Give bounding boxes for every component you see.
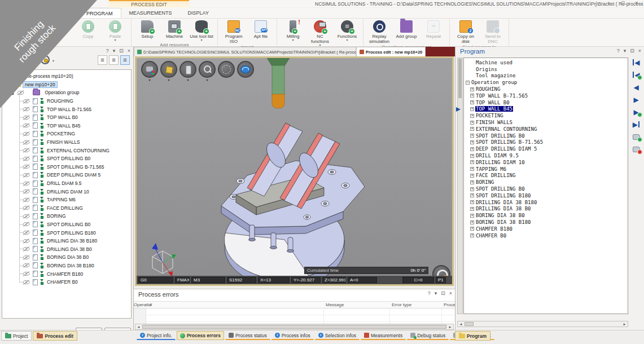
maximize-button[interactable]: □ [619, 0, 627, 7]
machine-view-button[interactable]: ▾ [141, 61, 158, 82]
scrollbar-thumb[interactable] [458, 59, 462, 98]
column-header[interactable]: Error type [392, 302, 411, 307]
expander-icon[interactable]: + [470, 100, 474, 104]
tree-operation-row[interactable]: BORING DIA 38 B180 [2, 262, 131, 270]
program-item[interactable]: Machine used [464, 59, 628, 66]
info-tab[interactable]: Debug status [407, 331, 449, 340]
tree-operation-row[interactable]: EXTERNAL CONTOURNING [2, 146, 131, 155]
remove-marker-button[interactable] [630, 145, 642, 153]
tree-operation-row[interactable]: BORING DIA 38 B0 [2, 253, 131, 262]
context-tab-process-edit[interactable]: PROCESS EDIT [109, 0, 189, 8]
expander-icon[interactable]: + [470, 200, 474, 204]
ribbon-button[interactable]: Repeat [421, 20, 446, 44]
ribbon-button[interactable]: NC functions ▾ [308, 20, 332, 47]
ribbon-button[interactable]: Replay simulation [367, 20, 392, 44]
expander-icon[interactable]: + [470, 127, 474, 131]
program-item[interactable]: + CHAMFER B0 [464, 232, 628, 239]
tree-operation-row[interactable]: TAPPING M6 [2, 196, 131, 204]
go-first-marker-button[interactable]: ◀ [630, 70, 642, 79]
ribbon-button[interactable]: Machine [162, 20, 187, 42]
program-item[interactable]: + TOP WALL B0 [464, 99, 628, 106]
eye-off-icon[interactable] [23, 107, 30, 112]
panel-control-button[interactable]: × [638, 48, 641, 54]
workspace-tab[interactable]: Process edit [33, 331, 77, 341]
tree-operation-row[interactable]: TOP WALL B-71.565 [2, 105, 131, 113]
ribbon-button[interactable]: Milling ▾ [281, 20, 305, 47]
ribbon-button[interactable]: Apt file [248, 20, 273, 44]
tree-operation-row[interactable]: SPOT DRILLING B0 [2, 155, 131, 163]
eye-off-icon[interactable] [23, 280, 30, 285]
tree-selected-item[interactable]: new mp10+20 [2, 81, 131, 89]
tree-operation-row[interactable]: SPOT DRILLING B0 [2, 220, 131, 229]
horizontal-scrollbar[interactable]: ◄ ► [135, 324, 454, 330]
ribbon-tab[interactable]: MEASUREMENTS [121, 8, 180, 18]
expander-icon[interactable]: + [470, 193, 474, 197]
program-item[interactable]: Origins [464, 66, 628, 73]
ribbon-button[interactable]: Setup [135, 20, 160, 42]
panel-control-button[interactable]: × [128, 48, 130, 54]
ribbon-button[interactable]: Copy [76, 20, 100, 42]
eye-off-icon[interactable] [23, 131, 30, 136]
eye-off-icon[interactable] [23, 246, 30, 252]
ribbon-button[interactable]: Add group [394, 20, 419, 44]
tree-operation-row[interactable]: DRILLING DIA 38 B0 [2, 245, 131, 253]
list-view-toggle[interactable]: ≡ [98, 55, 107, 65]
ribbon-button[interactable]: Functions ▾ [335, 20, 360, 47]
tree-group-row[interactable]: ◢ Operation group [2, 89, 131, 97]
info-tab[interactable]: Selection infos [315, 331, 360, 340]
info-tab[interactable]: Process status [225, 331, 270, 340]
expander-icon[interactable]: + [470, 187, 474, 191]
step-forward-button[interactable]: ▶ [630, 95, 642, 104]
scroll-left-icon[interactable]: ◄ [458, 323, 464, 326]
expander-icon[interactable]: + [470, 180, 474, 184]
scrollbar-thumb[interactable] [142, 325, 446, 329]
selection-button[interactable] [218, 61, 235, 82]
step-back-button[interactable]: ◀ [630, 83, 642, 91]
eye-off-icon[interactable] [23, 181, 30, 186]
panel-control-button[interactable]: ⊡ [630, 48, 634, 54]
program-item[interactable]: + POCKETING [464, 112, 628, 119]
expander-icon[interactable]: + [470, 233, 474, 237]
eye-off-icon[interactable] [23, 214, 30, 219]
panel-control-button[interactable]: ? [428, 290, 431, 296]
tool-view-button[interactable]: ▾ [179, 61, 196, 82]
scroll-right-icon[interactable]: ► [621, 323, 628, 326]
info-tab[interactable]: Process infos [271, 331, 314, 340]
column-header[interactable]: Operatio [134, 302, 151, 307]
eye-off-icon[interactable] [23, 99, 30, 104]
program-item[interactable]: + DRILLING DIA 38 B0 [464, 206, 628, 213]
tree-operation-row[interactable]: ROUGHING [2, 97, 131, 105]
expander-icon[interactable]: + [470, 121, 474, 125]
program-item[interactable]: + DRILLING DIA 38 B180 [464, 199, 628, 206]
eye-off-icon[interactable] [23, 205, 30, 210]
expander-icon[interactable]: + [470, 140, 474, 144]
program-item[interactable]: + DRILLING DIAM 10 [464, 159, 628, 166]
eye-off-icon[interactable] [23, 271, 30, 276]
program-item[interactable]: + SPOT DRILLING B-71.565 [464, 139, 628, 146]
program-item[interactable]: + SPOT DRILLING B0 [464, 186, 628, 192]
expander-icon[interactable]: + [470, 147, 474, 151]
expander-icon[interactable]: + [470, 214, 474, 218]
panel-control-button[interactable]: × [449, 290, 452, 296]
program-item[interactable]: + SPOT DRILLING B0 [464, 133, 628, 139]
eye-off-icon[interactable] [17, 90, 24, 95]
eye-off-icon[interactable] [23, 263, 30, 268]
eye-off-icon[interactable] [23, 222, 30, 227]
panel-control-button[interactable]: ? [617, 48, 620, 54]
expander-icon[interactable]: + [470, 220, 474, 224]
program-item[interactable]: + FINISH WALLS [464, 119, 628, 126]
tree-operation-row[interactable]: DEEP DRILLING DIAM 5 [2, 171, 131, 179]
workspace-tab[interactable]: Project [1, 331, 32, 341]
program-item[interactable]: + BORING DIA 38 B180 [464, 219, 628, 226]
program-item[interactable]: + TOP WALL B-71.565 [464, 92, 628, 99]
eye-off-icon[interactable] [23, 230, 30, 235]
tree-operation-row[interactable]: FINISH WALLS [2, 138, 131, 147]
stock-view-button[interactable]: ▾ [160, 61, 177, 82]
panel-control-button[interactable]: ? [106, 48, 109, 54]
tree-operation-row[interactable]: FACE DRILLING [2, 204, 131, 213]
ribbon-button[interactable]: Use tool list ▾ [189, 20, 214, 42]
tree-operation-row[interactable]: POCKETING [2, 130, 131, 138]
expander-icon[interactable]: + [470, 154, 474, 158]
list-view-toggle[interactable]: ≡ [109, 55, 119, 65]
expander-icon[interactable]: + [470, 114, 474, 118]
